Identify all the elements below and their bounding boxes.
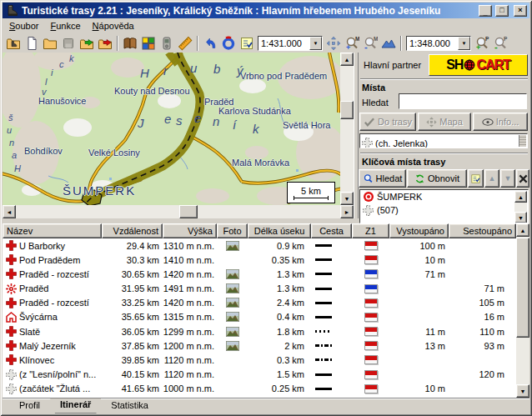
scroll-thumb[interactable] (179, 205, 198, 218)
import-button[interactable] (78, 35, 96, 52)
chevron-down-icon[interactable]: ▼ (309, 37, 322, 50)
scroll-up-button[interactable]: ▲ (340, 53, 354, 66)
table-row[interactable]: Klínovec39.85 km1120 m n.m.0.3 km (3, 353, 516, 367)
column-header-9[interactable]: Sestoupáno (449, 223, 516, 238)
shocart-logo[interactable]: SH CART (429, 54, 528, 76)
legend-button[interactable] (139, 35, 158, 52)
scroll-left-button[interactable]: ◄ (3, 205, 16, 218)
scroll-up-button[interactable]: ▲ (514, 191, 527, 203)
red-cross-icon (6, 254, 17, 265)
save-button[interactable] (59, 35, 78, 52)
guide-book-button[interactable] (121, 35, 139, 52)
measure-button[interactable] (176, 35, 194, 52)
add-to-route-button[interactable]: Do trasy (359, 113, 416, 131)
search-input[interactable] (399, 93, 527, 109)
scroll-up-button[interactable]: ▲ (516, 223, 529, 237)
table-row[interactable]: Malý Jezerník37.85 km1200 m n.m.2 km13 m… (3, 338, 516, 353)
tab-profil[interactable]: Profil (9, 399, 50, 413)
move-up-button[interactable]: ▲ (484, 169, 499, 188)
tab-statistika[interactable]: Statistika (101, 399, 158, 413)
list-scrollbar[interactable]: ▲ ▼ (514, 191, 527, 223)
profile-scale-combo[interactable]: 1:348.000 ▼ (406, 36, 471, 51)
column-header-4[interactable]: Foto (217, 223, 248, 238)
profile-button[interactable] (379, 35, 398, 52)
mini-scrollbar[interactable] (519, 135, 526, 147)
list-item[interactable]: (ch. Jelenka) (360, 134, 527, 148)
table-scrollbar[interactable]: ▲ ▼ (516, 223, 529, 398)
svg-text:+: + (346, 43, 350, 51)
table-row[interactable]: Praděd - rozcestí33.25 km1420 m n.m.2.4 … (3, 296, 516, 310)
trail-mark-icon (364, 269, 378, 278)
map-scale-combo[interactable]: 1:431.000 ▼ (258, 36, 323, 51)
refresh-label: Obnovit (428, 173, 459, 183)
key-place-item[interactable]: ŠUMPERK (360, 190, 528, 203)
menu-funkce[interactable]: Funkce (44, 19, 86, 33)
chevron-down-icon[interactable]: ▼ (458, 37, 470, 50)
table-row[interactable]: Praděd31.95 km1491 m n.m.1.3 km71 m (3, 282, 516, 296)
move-down-button[interactable]: ▼ (500, 169, 515, 188)
export-button[interactable] (96, 35, 114, 52)
zoom-in-map-button[interactable]: M+ (343, 35, 361, 52)
zoom-out-map-button[interactable]: M- (361, 35, 379, 52)
open-route-button[interactable] (4, 35, 23, 52)
column-header-8[interactable]: Vystoupáno (389, 223, 449, 238)
photo-thumbnail-icon (226, 269, 239, 279)
gps-button[interactable] (158, 35, 176, 52)
column-header-6[interactable]: Cesta (311, 223, 352, 238)
table-row[interactable]: (začátek "Žlutá ...41.65 km1000 m n.m.0.… (3, 382, 516, 396)
table-row[interactable]: (z "Lesní/polní" n...40.15 km1120 m n.m.… (3, 368, 516, 382)
info-button[interactable]: Info... (473, 113, 528, 131)
delete-place-button[interactable] (516, 169, 529, 188)
table-row[interactable]: Pod Pradědem30.3 km1410 m n.m.0.35 km10 … (3, 253, 516, 267)
open-folder-button[interactable] (41, 35, 59, 52)
map-vertical-scrollbar[interactable]: ▲ ▼ (340, 53, 354, 205)
find-key-place-button[interactable]: Hledat (359, 169, 406, 188)
tab-itinerář[interactable]: Itinerář (50, 398, 101, 413)
title-bar[interactable]: Turistické trasy 2.21 : Jeseníky, Králic… (3, 3, 529, 18)
column-header-1[interactable]: Název (3, 223, 102, 238)
refresh-button[interactable]: Obnovit (407, 169, 467, 188)
crossing-icon (363, 205, 374, 216)
zoom-out-profile-button[interactable]: P- (491, 35, 509, 52)
menu-nápověda[interactable]: Nápověda (87, 19, 140, 33)
column-header-3[interactable]: Výška (163, 223, 217, 238)
table-row[interactable]: Slatě36.05 km1299 m n.m.1.8 km11 m110 m (3, 324, 516, 338)
column-header-2[interactable]: Vzdálenost (102, 223, 163, 238)
column-header-5[interactable]: Délka úseku (248, 223, 311, 238)
map-horizontal-scrollbar[interactable]: ◄ ► (3, 205, 354, 218)
table-row[interactable]: U Barborky29.4 km1310 m n.m.0.9 km100 m (3, 238, 516, 253)
plan-button[interactable] (238, 35, 256, 52)
undo-button[interactable] (201, 35, 219, 52)
key-places-list[interactable]: ŠUMPERK(507) ▲ ▼ (359, 189, 529, 223)
scroll-thumb[interactable] (516, 238, 529, 338)
show-on-map-button[interactable]: Mapa (418, 113, 471, 131)
menu-soubor[interactable]: Soubor (3, 19, 44, 33)
close-button[interactable]: × (514, 5, 527, 17)
cell-photo (217, 296, 248, 310)
maximize-button[interactable]: □ (495, 5, 509, 17)
scroll-thumb[interactable] (340, 101, 354, 119)
places-result-list[interactable]: (ch. Jelenka) (359, 133, 528, 148)
map-canvas[interactable]: HanušoviceKouty nad DesnouVrbno pod Prad… (3, 53, 340, 205)
scroll-down-button[interactable]: ▼ (340, 192, 354, 205)
place-name: (z "Lesní/polní" n... (19, 369, 96, 379)
color-grid-icon (141, 36, 156, 51)
pan-button[interactable] (324, 35, 343, 52)
cell-path-style (311, 310, 352, 324)
scroll-down-button[interactable]: ▼ (514, 212, 527, 223)
key-places-heading: Klíčová místa trasy (362, 157, 445, 167)
cell-ascent (389, 368, 449, 382)
scroll-down-button[interactable]: ▼ (516, 384, 529, 398)
red-cross-icon (6, 340, 17, 351)
route-ring-button[interactable] (219, 35, 238, 52)
column-header-7[interactable]: Z1 (352, 223, 389, 238)
key-place-item[interactable]: (507) (360, 203, 528, 217)
zoom-in-profile-button[interactable]: P+ (473, 35, 491, 52)
new-route-button[interactable] (23, 35, 41, 52)
scroll-right-button[interactable]: ► (340, 205, 354, 218)
minimize-button[interactable]: _ (479, 5, 492, 17)
select-places-button[interactable] (468, 169, 484, 188)
table-row[interactable]: Švýcárna35.65 km1315 m n.m.0.4 km16 m (3, 310, 516, 324)
table-row[interactable]: Praděd - rozcestí30.65 km1420 m n.m.1.3 … (3, 267, 516, 281)
summit-sun-icon (6, 283, 17, 294)
